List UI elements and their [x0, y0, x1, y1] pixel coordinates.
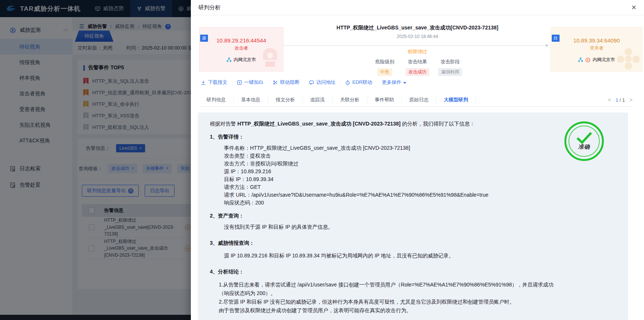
- intro-alert-name: HTTP_权限绕过_LiveGBS_user_save_攻击成功 [CNVD-2…: [237, 121, 401, 127]
- scissors-icon: [273, 80, 278, 85]
- conclusion-line: 1.从告警日志来看，请求尝试通过 /api/v1/user/save 接口创建一…: [219, 281, 561, 298]
- total-pages: 1: [622, 97, 625, 103]
- app-root: TAR威胁分析一体机 威胁态势 威胁告警 威胁分析 威胁监测: [0, 0, 644, 320]
- verdict-label: 准确: [578, 143, 590, 151]
- detail-line: 响应状态码：200: [224, 199, 561, 207]
- attack-type-label: 权限绕过: [284, 48, 551, 55]
- meta-label: 危险级别: [368, 58, 401, 65]
- analysis-drawer: 研判分析 ✕ 源 10.89.29.216:44544 攻击者 内网北京市 HT…: [191, 0, 644, 320]
- target-endpoint-card: 目 10.89.39.34:64090 受害者 内网北京市: [551, 27, 643, 72]
- risk-level-badge: 中危: [377, 68, 392, 76]
- section-heading: 3、威胁情报查询：: [210, 239, 561, 247]
- section-heading: 2、资产查询：: [210, 212, 561, 220]
- verdict-stamp: 准确: [564, 121, 604, 161]
- block-action[interactable]: 联动阻断: [273, 79, 299, 86]
- attacker-watermark-icon: [258, 47, 282, 71]
- next-page-icon[interactable]: >: [629, 97, 632, 103]
- drawer-header: 研判分析 ✕: [191, 0, 644, 15]
- analysis-intro: 根据对告警 HTTP_权限绕过_LiveGBS_user_save_攻击成功 […: [210, 120, 561, 128]
- close-icon[interactable]: ✕: [631, 4, 637, 11]
- clock-icon: [345, 80, 350, 85]
- network-icon: [578, 57, 583, 62]
- download-icon: [201, 80, 206, 85]
- tab-llm-judgement[interactable]: 大模型研判: [436, 96, 476, 104]
- tab-correlation-analysis[interactable]: 关联分析: [333, 96, 367, 104]
- tab-packet-analysis[interactable]: 报文分析: [268, 96, 303, 104]
- drawer-tabbar: 研判信息 基本信息 报文分析 追踪流 关联分析 事件帮助 原始日志 大模型研判 …: [199, 94, 632, 107]
- action-label: 一键加白: [244, 79, 263, 86]
- check-icon: [576, 132, 593, 144]
- action-label: 联动阻断: [280, 79, 299, 86]
- whitelist-action[interactable]: 一键加白: [237, 79, 263, 86]
- meta-labels-row: 危险级别 攻击结果 攻击阶段: [284, 58, 551, 65]
- attack-direction-arrow: [283, 45, 548, 46]
- chat-bubble-icon: [309, 80, 314, 85]
- section-text: 没有找到关于源 IP 和目标 IP 的具体资产信息。: [224, 223, 561, 231]
- detail-line: 请求方法：GET: [224, 183, 561, 191]
- more-actions-dropdown[interactable]: 更多操作: [382, 79, 406, 86]
- download-report-action[interactable]: 下载报文: [201, 79, 227, 86]
- action-label: 访问地址: [316, 79, 336, 86]
- meta-label: 攻击阶段: [434, 58, 467, 65]
- conclusion-line: 2.尽管源 IP 和目标 IP 没有已知的威胁记录，但这种行为本身具有高度可疑性…: [219, 298, 561, 306]
- caret-down-icon: [403, 82, 406, 84]
- current-page: 1: [615, 97, 618, 103]
- target-badge: 目: [552, 35, 560, 42]
- tab-event-help[interactable]: 事件帮助: [367, 96, 402, 104]
- target-location: 内网北京市: [593, 57, 615, 63]
- network-icon: [227, 57, 231, 62]
- victim-mark-icon: [585, 57, 590, 63]
- detail-line: 攻击方式：非授权访问/权限绕过: [224, 160, 561, 168]
- detail-line: 源 IP：10.89.29.216: [224, 168, 561, 175]
- source-ip[interactable]: 10.89.29.216:44544: [199, 37, 283, 44]
- victim-watermark-icon: [615, 47, 641, 71]
- intro-suffix: 的分析，我们得到了以下信息：: [401, 121, 475, 127]
- tab-basic-info[interactable]: 基本信息: [234, 96, 268, 104]
- section-text: 源 IP 10.89.29.216 和目标 IP 10.89.39.34 均被标…: [224, 252, 561, 260]
- drawer-title: 研判分析: [198, 4, 221, 11]
- conclusion-line: 由于告警涉及权限绕过并成功创建了管理员用户，这表明可能存在真实的攻击行为。: [219, 306, 561, 315]
- attack-stage-badge: 漏洞利用: [438, 68, 462, 76]
- detail-line: 攻击类型：提权攻击: [224, 152, 561, 160]
- meta-label: 攻击结果: [401, 58, 434, 65]
- source-badge: 源: [200, 35, 208, 42]
- tab-judge-info[interactable]: 研判信息: [199, 96, 234, 104]
- llm-analysis-panel: 根据对告警 HTTP_权限绕过_LiveGBS_user_save_攻击成功 […: [198, 113, 628, 320]
- detail-line: 请求 URL：/api/v1/user/save?ID&Username=hu9…: [224, 191, 561, 199]
- intro-prefix: 根据对告警: [210, 121, 237, 127]
- action-label: EDR联动: [352, 79, 372, 86]
- whitelist-icon: [237, 80, 242, 85]
- detail-line: 目标 IP：10.89.39.34: [224, 175, 561, 183]
- prev-page-icon[interactable]: <: [608, 97, 611, 103]
- section-heading: 4、分析结论：: [210, 268, 561, 276]
- alert-meta: 权限绕过 危险级别 攻击结果 攻击阶段 中危 攻击成功 漏洞利用: [284, 48, 551, 76]
- tab-trace-flow[interactable]: 追踪流: [303, 96, 333, 104]
- section-heading: 1、告警详情：: [210, 133, 561, 141]
- action-label: 下载报文: [208, 79, 227, 86]
- edr-linkage-action[interactable]: EDR联动: [345, 79, 372, 86]
- alert-time: 2025-02-10 18:46:44: [284, 34, 551, 39]
- visit-address-action[interactable]: 访问地址: [309, 79, 336, 86]
- meta-values-row: 中危 攻击成功 漏洞利用: [284, 68, 551, 76]
- target-ip[interactable]: 10.89.39.34:64090: [551, 37, 642, 44]
- attack-result-badge: 攻击成功: [406, 68, 429, 76]
- alert-summary: HTTP_权限绕过_LiveGBS_user_save_攻击成功[CNVD-20…: [284, 25, 551, 39]
- page-separator: /: [619, 97, 621, 103]
- action-label: 更多操作: [382, 79, 401, 86]
- tab-raw-log[interactable]: 原始日志: [402, 96, 436, 104]
- pagination: < 1 / 1 >: [608, 97, 632, 103]
- source-endpoint-card: 源 10.89.29.216:44544 攻击者 内网北京市: [199, 27, 283, 72]
- verdict-stamp-inner: 准确: [568, 126, 600, 157]
- action-toolbar: 下载报文 一键加白 联动阻断 访问地址 EDR联动 更多操作: [201, 79, 406, 86]
- source-location: 内网北京市: [234, 57, 256, 63]
- alert-title: HTTP_权限绕过_LiveGBS_user_save_攻击成功[CNVD-20…: [284, 25, 551, 31]
- detail-line: 事件名称：HTTP_权限绕过_LiveGBS_user_save_攻击成功 [C…: [224, 144, 561, 152]
